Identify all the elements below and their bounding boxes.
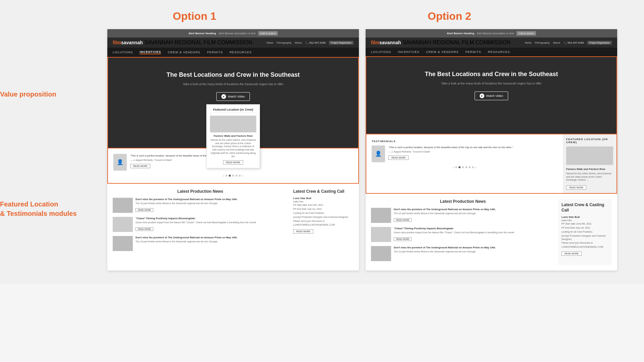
news-img-1-1 xyxy=(113,198,133,213)
news-read-more-2-1[interactable]: READ MORE xyxy=(394,218,412,222)
crew-detail-2-5: Please send your Resumes to xyxy=(561,241,608,245)
nav-locations-1[interactable]: LOCATIONS xyxy=(113,51,133,54)
options-header: Option 1 Option 2 xyxy=(0,7,644,29)
location-img-2 xyxy=(566,146,613,165)
nav-top-links-1: News Filmography About 📞 912.447.4160 Pr… xyxy=(267,41,354,45)
project-registration-btn-2[interactable]: Project Registration xyxy=(587,41,612,45)
crew-item-name-1: Lone Star Bull xyxy=(293,197,354,200)
news-read-more-1-2[interactable]: READ MORE xyxy=(136,227,153,231)
nav-incentives-2[interactable]: INCENTIVES xyxy=(398,50,419,54)
loc-read-more-2[interactable]: READ MORE xyxy=(566,185,586,190)
dot-2-5 xyxy=(469,166,471,168)
right-news-main: Latest Production News Don't miss the pr… xyxy=(371,199,555,265)
project-registration-btn-1[interactable]: Project Registration xyxy=(329,41,354,45)
dot-1-4 xyxy=(235,175,237,177)
watch-video-btn-1[interactable]: Watch Video xyxy=(216,92,250,101)
opt2-row: TESTIMONIALS "This is such a perfect loc… xyxy=(366,134,616,193)
nav-filmography-2[interactable]: Filmography xyxy=(535,41,550,44)
nav-news-2[interactable]: News xyxy=(525,41,532,44)
nav-resources-1[interactable]: RESOURCES xyxy=(229,51,252,54)
testimonial-read-more-1[interactable]: READ MORE xyxy=(130,164,150,168)
crew-detail-2: PP End Date July 1st, 2021 xyxy=(293,207,354,211)
news-item-2-1: Don't miss the premiere of The Undergrou… xyxy=(371,208,555,223)
news-item-desc-2-2: Some more positive impact from the featu… xyxy=(394,231,515,234)
crew-box-2: Latest Crew & Casting Call Lone Star Bul… xyxy=(558,199,612,265)
option1-column: Alert Banner Heading Alert Banner descri… xyxy=(107,29,359,270)
crew-title-2: Latest Crew & Casting Call xyxy=(561,202,608,213)
dot-1-2 xyxy=(229,175,231,177)
testimonial-read-more-2[interactable]: READ MORE xyxy=(388,156,409,160)
carousel-prev-2[interactable]: ‹ xyxy=(453,166,454,169)
logo-film-2: filmsavannah xyxy=(371,40,401,45)
alert-heading-1: Alert Banner Heading xyxy=(189,32,216,35)
hero-subtitle-1: Take a look at the many kinds of locatio… xyxy=(115,82,352,87)
popup-read-more-1[interactable]: READ MORE xyxy=(223,160,243,165)
hero-title-1: The Best Locations and Crew in the South… xyxy=(115,71,352,79)
nav-permits-1[interactable]: PERMITS xyxy=(207,51,223,54)
news-read-more-2-2[interactable]: READ MORE xyxy=(394,237,412,241)
crew-detail-6: LONESTARBULLMOVIE@GMAIL.COM xyxy=(293,223,354,227)
logo-film-1: filmsavannah xyxy=(113,40,143,45)
news-item-content-2-2: "Chase" Filming Positively Impacts Bloom… xyxy=(394,227,515,242)
nav-about-1[interactable]: About xyxy=(295,41,302,44)
watch-video-btn-2[interactable]: Watch Video xyxy=(475,92,508,100)
logo-1: filmsavannah SAVANNAH REGIONAL FILM COMM… xyxy=(113,40,252,46)
crew-detail-5: Please send your Resumes to xyxy=(293,220,354,223)
featured-loc-title-2: FEATURED LOCATION (OR CREW) xyxy=(566,138,613,144)
testimonial-quote-2: "This is such a perfect location, becaus… xyxy=(388,145,513,149)
testimonial-content-2: "This is such a perfect location, becaus… xyxy=(372,145,557,162)
play-icon-2 xyxy=(480,94,484,98)
carousel-dots-1: ‹ › xyxy=(113,174,353,178)
alert-heading-2: Alert Banner Heading xyxy=(447,32,474,35)
popup-loc-desc-1: Named for the cotton factors, who broker… xyxy=(210,138,256,158)
news-item-desc-1-2: Some more positive impact from the featu… xyxy=(136,221,256,224)
right-news-wrapper: Latest Production News Don't miss the pr… xyxy=(371,199,612,265)
crew-item-type-2: Indie Film xyxy=(561,219,608,222)
alert-banner-1: Alert Banner Heading Alert Banner descri… xyxy=(107,29,359,38)
testimonial-col-2: TESTIMONIALS "This is such a perfect loc… xyxy=(366,134,563,193)
popup-img-1 xyxy=(210,116,256,132)
news-img-1-3 xyxy=(113,236,133,251)
hero-spacer-2 xyxy=(373,100,610,120)
carousel-next-2[interactable]: › xyxy=(475,166,476,169)
nav-crew-vendors-1[interactable]: CREW & VENDORS xyxy=(168,51,200,54)
hero-2: The Best Locations and Crew in the South… xyxy=(366,56,617,134)
news-item-content-1-2: "Chase" Filming Positively Impacts Bloom… xyxy=(136,217,256,232)
page-wrapper: Option 1 Option 2 Value proposition Feat… xyxy=(0,0,644,284)
nav-locations-2[interactable]: LOCATIONS xyxy=(371,50,391,54)
nav-about-2[interactable]: About xyxy=(553,41,560,44)
nav-filmography-1[interactable]: Filmography xyxy=(277,41,291,44)
crew-read-more-1[interactable]: READ MORE xyxy=(293,229,313,234)
testimonial-author-2: — J. August Richards, "Council of Dads" xyxy=(388,150,513,153)
nav-resources-2[interactable]: RESOURCES xyxy=(488,50,510,54)
news-item-1-1: Don't miss the premiere of The Undergrou… xyxy=(113,198,288,213)
nav-permits-2[interactable]: PERMITS xyxy=(465,50,481,54)
crew-read-more-2[interactable]: READ MORE xyxy=(561,251,582,256)
carousel-next-1[interactable]: › xyxy=(242,174,243,178)
news-item-1-2: "Chase" Filming Positively Impacts Bloom… xyxy=(113,217,288,232)
carousel-dots-2: ‹ › xyxy=(372,166,557,169)
news-title-2: Latest Production News xyxy=(371,199,555,204)
logo-sub-2: SAVANNAH REGIONAL FILM COMMISSION xyxy=(402,40,511,45)
news-item-content-2-3: Don't miss the premiere of The Undergrou… xyxy=(394,246,496,261)
news-read-more-1-1[interactable]: READ MORE xyxy=(136,208,153,212)
nav-main-2: LOCATIONS INCENTIVES CREW & VENDORS PERM… xyxy=(366,48,617,56)
alert-cta-1[interactable]: Call to action xyxy=(258,31,278,36)
testimonial-text-wrapper-2: "This is such a perfect location, becaus… xyxy=(388,145,513,160)
logo-2: filmsavannah SAVANNAH REGIONAL FILM COMM… xyxy=(371,40,511,46)
nav-crew-vendors-2[interactable]: CREW & VENDORS xyxy=(426,50,459,54)
carousel-prev-1[interactable]: ‹ xyxy=(223,174,224,178)
crew-title-1: Latest Crew & Casting Call xyxy=(293,189,354,194)
dot-2-1 xyxy=(455,166,457,168)
news-grid-1: Latest Production News Don't miss the pr… xyxy=(113,189,354,255)
crew-item-type-1: Indie Film xyxy=(293,200,354,203)
nav-news-1[interactable]: News xyxy=(267,41,273,44)
hero-subtitle-2: Take a look at the many kinds of locatio… xyxy=(373,81,610,86)
option1-label: Option 1 xyxy=(173,10,216,22)
nav-incentives-1[interactable]: INCENTIVES xyxy=(140,50,161,54)
news-item-2-3: Don't miss the premiere of The Undergrou… xyxy=(371,246,555,261)
alert-cta-2[interactable]: Call to action xyxy=(517,31,536,36)
news-col-1: Latest Production News Don't miss the pr… xyxy=(113,189,288,255)
featured-section-2: TESTIMONIALS "This is such a perfect loc… xyxy=(366,134,617,194)
news-img-2-1 xyxy=(371,208,391,223)
